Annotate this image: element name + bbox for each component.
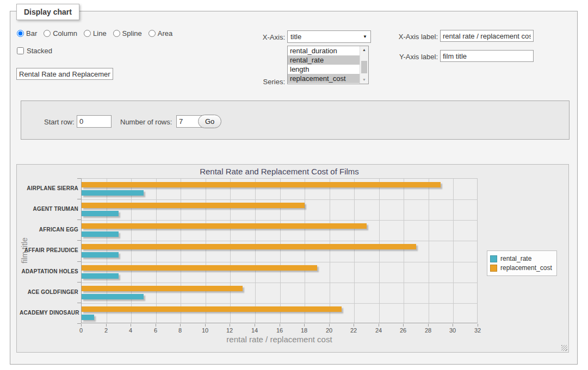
x-axis-select-value: title: [290, 33, 301, 41]
chart-type-option-area[interactable]: Area: [148, 29, 172, 37]
stacked-checkbox[interactable]: [17, 47, 24, 54]
x-tick-mark: [180, 324, 181, 327]
y-axis-label-input[interactable]: [440, 50, 534, 62]
gridline: [206, 179, 206, 323]
category-label: AFFAIR PREJUDICE: [20, 247, 78, 253]
x-tick-mark: [453, 324, 453, 327]
chart-title: Rental Rate and Replacement Cost of Film…: [81, 167, 478, 176]
gridline: [330, 179, 330, 323]
go-button[interactable]: Go: [198, 115, 221, 128]
chart-type-radio-spline[interactable]: [113, 30, 120, 37]
chart-type-option-line[interactable]: Line: [84, 29, 107, 37]
series-listbox-options: rental_durationrental_ratelengthreplacem…: [288, 46, 360, 84]
bar-replacement_cost: [82, 223, 367, 229]
stacked-label: Stacked: [27, 47, 52, 55]
category-label: ADAPTATION HOLES: [20, 268, 78, 274]
category-label: AIRPLANE SIERRA: [20, 185, 78, 191]
x-tick-label: 8: [173, 327, 187, 334]
x-axis-label-input[interactable]: [440, 30, 534, 42]
y-axis-label-field-label: Y-Axis label:: [391, 53, 438, 61]
x-tick-mark: [329, 324, 330, 327]
x-tick-label: 4: [123, 327, 138, 334]
scrollbar-up-icon[interactable]: ▲: [360, 46, 368, 54]
gridline: [82, 283, 477, 283]
scrollbar-thumb[interactable]: [361, 61, 367, 73]
chart-type-radio-bar[interactable]: [17, 30, 24, 37]
x-tick-mark: [280, 324, 280, 327]
x-tick-mark: [156, 324, 156, 327]
x-tick-mark: [379, 324, 379, 327]
y-tick-mark: [77, 282, 81, 283]
chart-title-input[interactable]: [16, 68, 113, 80]
plot-area: [81, 178, 478, 323]
legend-swatch: [490, 255, 497, 262]
gridline: [429, 179, 429, 323]
x-tick-mark: [81, 324, 82, 327]
gridline: [82, 220, 477, 221]
gridline: [82, 262, 477, 262]
bar-rental_rate: [82, 231, 119, 237]
y-tick-mark: [77, 199, 81, 199]
gridline: [305, 179, 305, 323]
bar-replacement_cost: [82, 182, 441, 187]
chart-type-option-spline[interactable]: Spline: [113, 29, 142, 37]
bar-rental_rate: [82, 252, 119, 258]
gridline: [255, 179, 256, 323]
resize-handle-icon[interactable]: [561, 345, 567, 351]
series-option-rental_duration[interactable]: rental_duration: [288, 46, 360, 55]
x-tick-label: 16: [273, 327, 287, 334]
start-row-input[interactable]: [77, 115, 112, 128]
category-label: ACE GOLDFINGER: [20, 289, 78, 295]
x-tick-mark: [403, 324, 404, 327]
panel-legend: Display chart: [16, 4, 79, 20]
bar-rental_rate: [82, 211, 119, 216]
chart-type-radio-line[interactable]: [84, 30, 91, 37]
x-tick-mark: [304, 324, 305, 327]
number-of-rows-label: Number of rows:: [120, 118, 172, 126]
y-tick-mark: [77, 323, 81, 324]
x-axis-label-field-label: X-Axis label:: [391, 33, 438, 41]
x-tick-mark: [428, 324, 429, 327]
x-tick-label: 32: [471, 327, 485, 334]
chart-type-option-bar[interactable]: Bar: [17, 29, 37, 37]
bar-replacement_cost: [82, 244, 416, 249]
bar-rental_rate: [82, 315, 94, 320]
x-tick-mark: [255, 324, 255, 327]
bar-replacement_cost: [82, 306, 342, 312]
gridline: [131, 179, 132, 323]
y-tick-mark: [77, 261, 81, 262]
series-option-length[interactable]: length: [288, 65, 360, 74]
bar-replacement_cost: [82, 265, 317, 271]
series-option-rental_rate[interactable]: rental_rate: [288, 55, 360, 65]
chevron-down-icon: ▼: [363, 34, 367, 39]
x-tick-label: 18: [297, 327, 311, 334]
x-tick-label: 2: [99, 327, 113, 334]
y-tick-mark: [77, 303, 81, 303]
legend-label: rental_rate: [500, 255, 531, 262]
x-tick-mark: [205, 324, 206, 327]
x-tick-label: 12: [222, 327, 237, 334]
x-tick-mark: [230, 324, 230, 327]
bar-rental_rate: [82, 273, 119, 279]
chart-type-radio-label: Bar: [26, 29, 37, 37]
gridline: [181, 179, 181, 323]
x-tick-label: 20: [322, 327, 336, 334]
chart-type-radio-label: Line: [93, 29, 107, 37]
listbox-scrollbar[interactable]: ▲ ▼: [360, 46, 368, 84]
stacked-checkbox-row[interactable]: Stacked: [17, 47, 52, 55]
x-tick-label: 24: [372, 327, 386, 334]
gridline: [379, 179, 380, 323]
chart-type-option-column[interactable]: Column: [44, 29, 77, 37]
x-tick-label: 26: [396, 327, 410, 334]
gridline: [107, 179, 107, 323]
gridline: [82, 303, 477, 304]
chart-type-radio-label: Area: [158, 29, 172, 37]
gridline: [354, 179, 355, 323]
x-axis-select[interactable]: title ▼: [287, 30, 371, 43]
series-option-replacement_cost[interactable]: replacement_cost: [288, 74, 360, 83]
scrollbar-down-icon[interactable]: ▼: [360, 76, 368, 84]
x-tick-label: 6: [148, 327, 163, 334]
series-listbox[interactable]: rental_durationrental_ratelengthreplacem…: [287, 46, 369, 84]
chart-type-radio-column[interactable]: [44, 30, 51, 37]
chart-type-radio-area[interactable]: [148, 30, 156, 37]
